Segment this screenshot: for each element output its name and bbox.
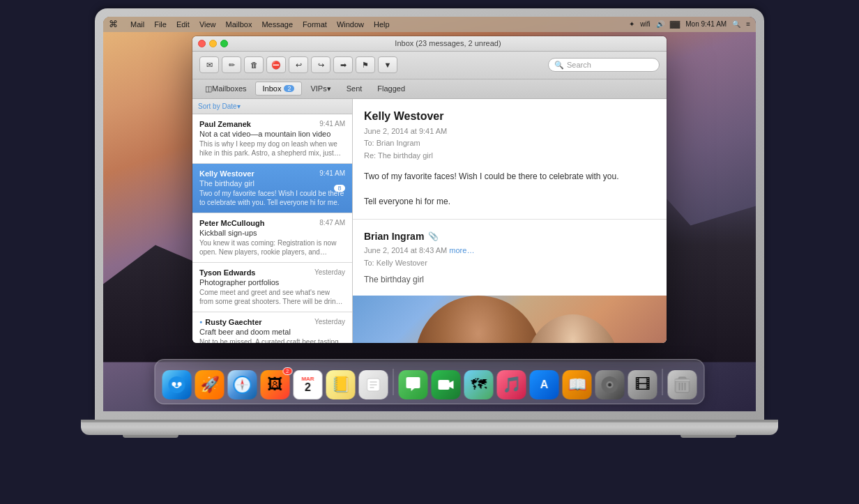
dock-item-notes[interactable]: 📒	[326, 370, 356, 399]
macbook-hinge	[81, 420, 778, 422]
menu-file[interactable]: File	[154, 20, 167, 29]
traffic-lights	[198, 40, 228, 47]
email-from: Kelly Westover	[364, 110, 655, 123]
email-body-line1: Two of my favorite faces! Wish I could b…	[364, 170, 655, 183]
message-list: Sort by Date ▾ Paul Zemanek 9:41 AM Not …	[192, 99, 353, 343]
macbook: ⌘ Mail File Edit View Mailbox Message Fo…	[46, 8, 813, 496]
list-item[interactable]: Rusty Gaechter Yesterday Craft beer and …	[192, 312, 352, 343]
tab-inbox[interactable]: Inbox 2	[255, 82, 303, 96]
delete-button[interactable]: 🗑	[244, 56, 264, 73]
tab-mailboxes[interactable]: ◫ Mailboxes	[198, 82, 254, 96]
email-meta-2: June 2, 2014 at 8:43 AM more… To: Kelly …	[364, 245, 655, 269]
msg-time: Yesterday	[314, 268, 345, 276]
list-item[interactable]: Kelly Westover 9:41 AM The birthday girl…	[192, 164, 352, 213]
dock-item-finder[interactable]	[162, 370, 192, 399]
search-icon: 🔍	[554, 61, 564, 70]
menu-message[interactable]: Message	[261, 20, 293, 29]
tab-mailboxes-icon: ◫	[205, 84, 212, 93]
dock: 🚀 🖼 2	[155, 359, 705, 404]
list-item[interactable]: Tyson Edwards Yesterday Photographer por…	[192, 263, 352, 312]
menu-mailbox[interactable]: Mailbox	[226, 20, 252, 29]
write-button[interactable]: ✏	[222, 56, 241, 73]
menu-mail[interactable]: Mail	[130, 20, 144, 29]
dock-item-ibooks[interactable]: 📖	[563, 370, 592, 399]
macbook-lid: ⌘ Mail File Edit View Mailbox Message Fo…	[95, 8, 764, 420]
menu-view[interactable]: View	[199, 20, 216, 29]
msg-header: Kelly Westover 9:41 AM	[199, 169, 345, 178]
vips-dropdown-icon: ▾	[327, 84, 331, 93]
email2-to: To: Kelly Westover	[364, 259, 427, 267]
menubar-right: ✦ wifi 🔊 ▓▓ Mon 9:41 AM 🔍 ≡	[629, 20, 750, 28]
compose-button[interactable]: ✉	[199, 56, 219, 73]
dock-item-itunes[interactable]: 🎵	[497, 370, 526, 399]
dock-item-trash[interactable]	[668, 370, 697, 399]
dock-item-appstore[interactable]: A	[530, 370, 559, 399]
msg-time: 9:41 AM	[319, 169, 345, 177]
dock-item-launchpad[interactable]: 🚀	[195, 370, 225, 399]
forward-button[interactable]: ➡	[333, 56, 353, 73]
menubar-battery-icon: ▓▓	[670, 20, 681, 28]
email-detail-1: Kelly Westover June 2, 2014 at 9:41 AM T…	[353, 99, 667, 220]
menu-help[interactable]: Help	[374, 20, 390, 29]
menubar-search-icon[interactable]: 🔍	[732, 20, 740, 28]
list-item[interactable]: Peter McCullough 8:47 AM Kickball sign-u…	[192, 213, 352, 263]
msg-header: Peter McCullough 8:47 AM	[199, 219, 345, 227]
dock-item-reminders[interactable]	[359, 370, 388, 399]
more-button[interactable]: ▼	[378, 56, 397, 73]
email-photo	[353, 296, 667, 342]
desktop: ⌘ Mail File Edit View Mailbox Message Fo…	[103, 17, 756, 411]
dock-item-photos2[interactable]: 🎞	[628, 370, 657, 399]
dock-item-messages[interactable]	[399, 370, 428, 399]
reply-button[interactable]: ↩	[289, 56, 308, 73]
msg-sender: Tyson Edwards	[199, 268, 255, 277]
email-to: To: Brian Ingram	[364, 139, 420, 147]
dock-item-calendar[interactable]: MAR 2	[294, 370, 323, 399]
detail-pane: Kelly Westover June 2, 2014 at 9:41 AM T…	[353, 99, 667, 343]
dock-item-maps[interactable]: 🗺	[464, 370, 494, 399]
list-item[interactable]: Paul Zemanek 9:41 AM Not a cat video—a m…	[192, 114, 352, 164]
email-meta: June 2, 2014 at 9:41 AM To: Brian Ingram…	[364, 125, 655, 162]
maximize-button[interactable]	[220, 40, 228, 47]
junk-button[interactable]: ⛔	[266, 56, 286, 73]
dock-item-safari[interactable]	[228, 370, 257, 399]
dock-item-syspref[interactable]	[595, 370, 625, 399]
minimize-button[interactable]	[209, 40, 217, 47]
more-link[interactable]: more…	[449, 246, 474, 254]
search-box[interactable]: 🔍 Search	[548, 58, 660, 72]
msg-time: 9:41 AM	[319, 120, 345, 128]
svg-rect-20	[675, 379, 690, 381]
msg-badge: 8	[334, 185, 345, 192]
msg-sender: Rusty Gaechter	[199, 318, 262, 326]
dock-separator-2	[662, 369, 663, 395]
msg-sender: Paul Zemanek	[199, 120, 251, 128]
tab-sent[interactable]: Sent	[340, 82, 370, 96]
reply-all-button[interactable]: ↪	[311, 56, 330, 73]
msg-sender: Kelly Westover	[199, 169, 254, 178]
menu-window[interactable]: Window	[337, 20, 364, 29]
screen-bezel: ⌘ Mail File Edit View Mailbox Message Fo…	[103, 17, 756, 411]
menu-edit[interactable]: Edit	[176, 20, 190, 29]
menubar-left: ⌘ Mail File Edit View Mailbox Message Fo…	[109, 19, 390, 29]
sort-dropdown[interactable]: ▾	[237, 102, 241, 110]
macbook-base	[81, 420, 778, 435]
svg-marker-14	[450, 381, 454, 389]
flag-button[interactable]: ⚑	[356, 56, 375, 73]
search-placeholder: Search	[567, 61, 591, 69]
msg-time: 8:47 AM	[319, 219, 345, 227]
apple-menu[interactable]: ⌘	[109, 19, 118, 29]
menubar-wifi-icon: wifi	[640, 20, 650, 28]
sort-bar: Sort by Date ▾	[192, 99, 352, 114]
dock-item-photos[interactable]: 🖼 2	[261, 370, 290, 399]
svg-point-0	[169, 376, 185, 393]
tab-vips[interactable]: VIPs ▾	[303, 82, 337, 96]
menubar-bluetooth-icon: ✦	[629, 20, 634, 28]
menubar-volume-icon: 🔊	[656, 20, 664, 28]
msg-header: Rusty Gaechter Yesterday	[199, 318, 345, 326]
close-button[interactable]	[198, 40, 206, 47]
menubar-list-icon[interactable]: ≡	[746, 20, 750, 28]
dock-item-facetime[interactable]	[432, 370, 461, 399]
tab-flagged[interactable]: Flagged	[370, 82, 412, 96]
menu-format[interactable]: Format	[303, 20, 327, 29]
email-date: June 2, 2014 at 9:41 AM	[364, 127, 447, 135]
macbook-foot-left	[123, 435, 178, 438]
